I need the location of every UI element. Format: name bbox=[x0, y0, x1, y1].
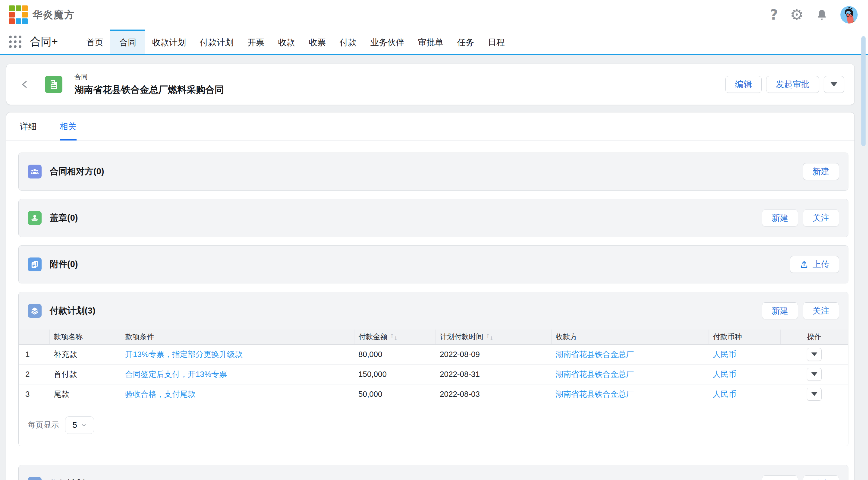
brand-logo bbox=[9, 5, 28, 24]
chevron-down-icon bbox=[81, 422, 87, 428]
vertical-scrollbar[interactable] bbox=[861, 36, 866, 146]
payee-link[interactable]: 湖南省花县铁合金总厂 bbox=[551, 384, 709, 404]
record-view-tabs: 详细 相关 bbox=[6, 113, 855, 141]
payment-plan-table: 款项名称 款项条件 付款金额↑↓ 计划付款时间↑↓ 收款方 付款币种 操作 1 bbox=[19, 330, 848, 404]
nav-tab-payments[interactable]: 付款 bbox=[333, 30, 364, 54]
payee-link[interactable]: 湖南省花县铁合金总厂 bbox=[551, 344, 709, 364]
chevron-down-icon bbox=[811, 353, 817, 356]
nav-tab-invoices-received[interactable]: 收票 bbox=[302, 30, 333, 54]
more-actions-button[interactable] bbox=[824, 76, 844, 93]
col-item-name: 款项名称 bbox=[50, 330, 121, 344]
row-actions-button[interactable] bbox=[807, 388, 822, 401]
bell-icon[interactable] bbox=[815, 8, 828, 21]
col-row-number bbox=[19, 330, 50, 344]
row-number: 3 bbox=[19, 384, 50, 404]
planned-date: 2022-08-03 bbox=[435, 384, 551, 404]
page-size-select[interactable]: 5 bbox=[65, 416, 94, 434]
upload-icon bbox=[800, 260, 809, 269]
table-header-row: 款项名称 款项条件 付款金额↑↓ 计划付款时间↑↓ 收款方 付款币种 操作 bbox=[19, 330, 848, 344]
record-detail-card: 详细 相关 合同相对方 bbox=[6, 112, 855, 480]
help-icon[interactable]: ? bbox=[770, 7, 778, 23]
planned-date: 2022-08-31 bbox=[435, 364, 551, 384]
table-row: 2 首付款 合同签定后支付，开13%专票 150,000 2022-08-31 … bbox=[19, 364, 848, 384]
new-seal-button[interactable]: 新建 bbox=[762, 210, 798, 227]
app-name[interactable]: 合同+ bbox=[30, 34, 58, 49]
planned-date: 2022-08-09 bbox=[435, 344, 551, 364]
stamp-icon bbox=[28, 211, 41, 225]
nav-tab-approvals[interactable]: 审批单 bbox=[411, 30, 450, 54]
nav-tab-contract[interactable]: 合同 bbox=[110, 30, 145, 54]
item-condition-link[interactable]: 开13%专票，指定部分更换升级款 bbox=[121, 344, 354, 364]
table-row: 3 尾款 验收合格，支付尾款 50,000 2022-08-03 湖南省花县铁合… bbox=[19, 384, 848, 404]
payment-amount: 80,000 bbox=[354, 344, 435, 364]
section-title: 收款计划(0) bbox=[50, 478, 95, 480]
nav-tabs: 首页 合同 收款计划 付款计划 开票 收款 收票 付款 业务伙伴 审批单 任务 … bbox=[80, 30, 512, 54]
new-payment-plan-button[interactable]: 新建 bbox=[762, 302, 798, 319]
col-item-condition: 款项条件 bbox=[121, 330, 354, 344]
documents-icon bbox=[28, 258, 41, 271]
col-planned-date[interactable]: 计划付款时间↑↓ bbox=[435, 330, 551, 344]
topbar: 华炎魔方 ? ⚙ bbox=[0, 0, 868, 30]
follow-seal-button[interactable]: 关注 bbox=[803, 210, 839, 227]
follow-payment-plan-button[interactable]: 关注 bbox=[803, 302, 839, 319]
nav-tab-calendar[interactable]: 日程 bbox=[481, 30, 512, 54]
row-actions-button[interactable] bbox=[807, 348, 822, 361]
nav-tab-payment-plan[interactable]: 付款计划 bbox=[193, 30, 241, 54]
pagination-bar: 每页显示 5 bbox=[19, 404, 848, 446]
tab-related[interactable]: 相关 bbox=[60, 113, 76, 140]
item-name: 补充款 bbox=[50, 344, 121, 364]
col-payee: 收款方 bbox=[551, 330, 709, 344]
nav-tab-home[interactable]: 首页 bbox=[80, 30, 110, 54]
col-payment-amount[interactable]: 付款金额↑↓ bbox=[354, 330, 435, 344]
table-row: 1 补充款 开13%专票，指定部分更换升级款 80,000 2022-08-09… bbox=[19, 344, 848, 364]
page-size-label: 每页显示 bbox=[28, 420, 59, 430]
currency-link[interactable]: 人民币 bbox=[709, 344, 780, 364]
people-group-icon bbox=[28, 164, 41, 179]
currency-link[interactable]: 人民币 bbox=[709, 364, 780, 384]
section-title: 付款计划(3) bbox=[50, 305, 95, 317]
section-title: 附件(0) bbox=[50, 259, 78, 270]
section-counterparty: 合同相对方(0) 新建 bbox=[19, 153, 848, 190]
upload-attachment-button[interactable]: 上传 bbox=[790, 256, 839, 273]
item-name: 首付款 bbox=[50, 364, 121, 384]
item-condition-link[interactable]: 验收合格，支付尾款 bbox=[121, 384, 354, 404]
section-seal: 盖章(0) 新建 关注 bbox=[19, 199, 848, 237]
new-receipt-plan-button[interactable]: 新建 bbox=[762, 476, 798, 480]
section-payment-plan: 付款计划(3) 新建 关注 款项名称 款 bbox=[19, 292, 848, 446]
record-title: 湖南省花县铁合金总厂燃料采购合同 bbox=[74, 84, 224, 96]
nav-tab-invoicing[interactable]: 开票 bbox=[241, 30, 271, 54]
record-object-label: 合同 bbox=[74, 72, 224, 82]
edit-button[interactable]: 编辑 bbox=[725, 76, 762, 93]
sort-icon[interactable]: ↑↓ bbox=[486, 334, 494, 340]
sort-icon[interactable]: ↑↓ bbox=[390, 334, 398, 340]
chevron-down-icon bbox=[830, 82, 838, 87]
payment-amount: 150,000 bbox=[354, 364, 435, 384]
section-title: 盖章(0) bbox=[50, 212, 78, 224]
new-counterparty-button[interactable]: 新建 bbox=[803, 163, 839, 180]
user-avatar[interactable] bbox=[840, 6, 858, 24]
record-header-card: 合同 湖南省花县铁合金总厂燃料采购合同 编辑 发起审批 bbox=[6, 64, 855, 105]
nav-tab-receipts[interactable]: 收款 bbox=[271, 30, 302, 54]
app-launcher-icon[interactable] bbox=[9, 36, 22, 48]
payment-amount: 50,000 bbox=[354, 384, 435, 404]
nav-tab-tasks[interactable]: 任务 bbox=[450, 30, 481, 54]
start-approval-button[interactable]: 发起审批 bbox=[766, 76, 819, 93]
chevron-down-icon bbox=[811, 372, 817, 376]
item-condition-link[interactable]: 合同签定后支付，开13%专票 bbox=[121, 364, 354, 384]
col-actions: 操作 bbox=[780, 330, 848, 344]
tab-detail[interactable]: 详细 bbox=[20, 113, 37, 140]
brand-name: 华炎魔方 bbox=[33, 8, 75, 22]
currency-link[interactable]: 人民币 bbox=[709, 384, 780, 404]
settings-gear-icon[interactable]: ⚙ bbox=[790, 7, 804, 22]
app-navbar: 合同+ 首页 合同 收款计划 付款计划 开票 收款 收票 付款 业务伙伴 审批单… bbox=[0, 30, 868, 54]
nav-tab-partners[interactable]: 业务伙伴 bbox=[364, 30, 411, 54]
nav-tab-receipt-plan[interactable]: 收款计划 bbox=[145, 30, 193, 54]
row-number: 2 bbox=[19, 364, 50, 384]
follow-receipt-plan-button[interactable]: 关注 bbox=[803, 476, 839, 480]
row-actions-button[interactable] bbox=[807, 368, 822, 381]
chevron-down-icon bbox=[811, 392, 817, 396]
back-arrow-icon[interactable] bbox=[19, 78, 32, 91]
section-title: 合同相对方(0) bbox=[50, 166, 104, 178]
row-number: 1 bbox=[19, 344, 50, 364]
payee-link[interactable]: 湖南省花县铁合金总厂 bbox=[551, 364, 709, 384]
